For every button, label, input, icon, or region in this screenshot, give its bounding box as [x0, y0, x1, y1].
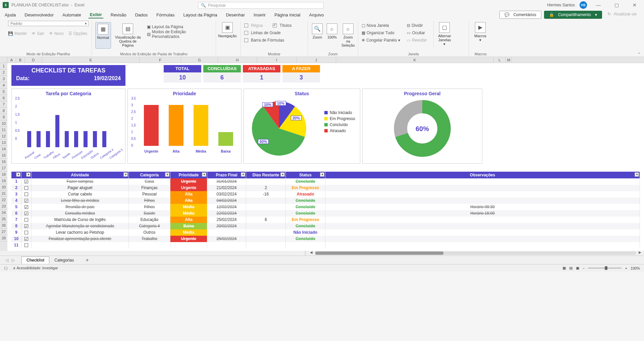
arrange-all-button[interactable]: ▦Organizar Tudo	[362, 30, 400, 36]
ruler-checkbox[interactable]: Régua	[244, 22, 263, 29]
scroll-right-icon[interactable]: ▶	[639, 250, 641, 254]
filter-icon[interactable]: ▾	[16, 172, 20, 177]
sheet-tab-categorias[interactable]: Categorias	[49, 257, 79, 264]
filter-icon[interactable]: ▾	[202, 172, 206, 177]
table-row[interactable]: 1Fazer comprasCasaUrgente31/01/2024Concl…	[11, 178, 640, 185]
filter-icon[interactable]: ▾	[26, 172, 31, 177]
tab-prev-icon[interactable]: ◁	[5, 258, 8, 263]
zoom-level[interactable]: 100%	[631, 266, 640, 270]
minimize-button[interactable]: —	[592, 2, 605, 8]
chart-progresso[interactable]: Progresso Geral 60%	[362, 89, 482, 164]
filter-icon[interactable]: ▾	[123, 172, 128, 177]
close-button[interactable]: ✕	[628, 2, 641, 8]
comments-button[interactable]: 💬Comentários	[499, 11, 541, 19]
custom-views-button[interactable]: ▤Modos de Exibição Personalizados	[147, 31, 212, 38]
page-layout-button[interactable]: ▣Layout da Página	[147, 23, 212, 30]
chart-status[interactable]: Status 10% 10% 20% 60% Não IniciadoEm Pr…	[244, 89, 360, 164]
task-checkbox[interactable]	[24, 192, 28, 196]
table-row[interactable]: 9Levar cachorro ao PetshopOutrosMédiaNão…	[11, 229, 640, 236]
task-checkbox[interactable]	[24, 237, 28, 241]
tab-options-icon[interactable]: ⋮	[303, 251, 307, 255]
zoom-button[interactable]: 🔍Zoom	[311, 22, 323, 49]
new-window-button[interactable]: ▢Nova Janela	[362, 22, 400, 29]
filter-icon[interactable]: ▾	[320, 172, 324, 177]
menu-arquivo[interactable]: Arquivo	[308, 12, 325, 18]
view-pagebreak-icon[interactable]: ▣	[576, 266, 579, 270]
menu-dados[interactable]: Dados	[134, 12, 149, 18]
gridlines-checkbox[interactable]: Linhas de Grade	[244, 30, 304, 36]
maximize-button[interactable]: ▢	[610, 2, 623, 8]
table-row[interactable]: 7Matrícula de Curso de InglêsEducaçãoAlt…	[11, 217, 640, 223]
select-all-corner[interactable]	[0, 57, 7, 63]
scroll-left-icon[interactable]: ◀	[310, 250, 313, 254]
tab-next-icon[interactable]: ▷	[12, 258, 15, 263]
hscroll-track[interactable]: ◀ ▶ ⋮	[0, 251, 644, 255]
table-row[interactable]: 8Agendar Manutenção ar-condicionadoCateg…	[11, 223, 640, 229]
worksheet[interactable]: CHECKLIST DE TAREFAS Data:19/02/2024 TOT…	[7, 63, 644, 251]
filter-icon[interactable]: ▾	[165, 172, 169, 177]
user-name[interactable]: Hermes Santos	[547, 3, 575, 7]
menu-revisão[interactable]: Revisão	[109, 12, 128, 18]
accessibility-status[interactable]: ⚹ Acessibilidade: investigar	[13, 266, 58, 270]
macros-button[interactable]: ▶Macros ▾	[472, 21, 488, 43]
collapse-ribbon-button[interactable]: ⌄	[638, 50, 641, 55]
menu-fórmulas[interactable]: Fórmulas	[155, 12, 176, 18]
menu-página inicial[interactable]: Página Inicial	[273, 12, 302, 18]
table-row[interactable]: 4Levar filho ao médicoFilhosAlta04/02/20…	[11, 197, 640, 204]
menu-ajuda[interactable]: Ajuda	[3, 12, 17, 18]
formulabar-checkbox[interactable]: Barra de Fórmulas	[244, 37, 304, 44]
split-button[interactable]: ⊟Dividir	[407, 22, 427, 29]
filter-icon[interactable]: ▾	[280, 172, 285, 177]
keep-button[interactable]: 💾Manter	[8, 30, 27, 37]
avatar[interactable]: HS	[580, 1, 587, 9]
task-checkbox[interactable]	[24, 212, 28, 215]
zoom-100-button[interactable]: ⌕100%	[326, 22, 338, 49]
filter-icon[interactable]: ▾	[241, 172, 245, 177]
menu-layout da página[interactable]: Layout da Página	[182, 12, 218, 18]
sheet-tab-checklist[interactable]: Checklist	[21, 257, 49, 264]
share-button[interactable]: 🔒Compartilhamento▾	[544, 11, 602, 19]
view-normal-icon[interactable]: ▦	[562, 266, 566, 270]
menu-desenvolvedor[interactable]: Desenvolvedor	[23, 12, 55, 18]
task-checkbox[interactable]	[24, 186, 28, 190]
freeze-panes-button[interactable]: ❄Congelar Painéis ▾	[362, 37, 400, 44]
headings-checkbox[interactable]: Títulos	[273, 22, 291, 29]
task-checkbox[interactable]	[24, 205, 28, 209]
table-row[interactable]: 3Cortar cabeloPessoalAlta03/02/2024-16At…	[11, 191, 640, 197]
filter-icon[interactable]: ▾	[635, 172, 639, 177]
task-checkbox[interactable]	[24, 218, 28, 222]
menu-exibir[interactable]: Exibir	[89, 11, 103, 18]
table-row[interactable]: 10Finalizar apresentação para clienteTra…	[11, 236, 640, 242]
zoom-in-button[interactable]: +	[625, 266, 627, 270]
record-macro-icon[interactable]: ▢	[4, 266, 7, 270]
zoom-slider[interactable]	[588, 268, 622, 269]
hide-button[interactable]: ▭Ocultar	[407, 30, 427, 36]
task-checkbox[interactable]	[24, 243, 28, 247]
row-headers[interactable]: 1234567891011121314151617181920212223242…	[0, 63, 7, 251]
table-row[interactable]: 6Consulta médicoSaúdeMédia22/02/2024Conc…	[11, 210, 640, 217]
options-button[interactable]: ☰Opções	[68, 30, 87, 37]
table-row[interactable]: 5Reunião de paisFilhosMédia12/02/2024Con…	[11, 204, 640, 210]
new-button[interactable]: 👁Novo	[49, 30, 64, 37]
task-checkbox[interactable]	[24, 180, 28, 183]
add-sheet-button[interactable]: +	[86, 257, 89, 263]
chart-categoria[interactable]: Tarefa por Categoria 2,521,510,50 Pessoa…	[11, 89, 125, 164]
chart-prioridade[interactable]: Prioridade 3,532,521,510,50 UrgenteAltaM…	[127, 89, 241, 164]
table-row[interactable]: 2Pagar aluguelFinançasUrgente21/02/20242…	[11, 185, 640, 191]
refresh-button[interactable]: ↻ Atualizar-se	[605, 11, 641, 19]
switch-windows-button[interactable]: ▢Alternar Janelas ▾	[436, 21, 452, 47]
task-checkbox[interactable]	[24, 224, 28, 228]
navigation-button[interactable]: ▣Navegação	[219, 21, 235, 39]
pagebreak-view-button[interactable]: ▤Visualização da Quebra de Página	[114, 22, 142, 49]
search-input[interactable]: 🔍 Pesquisar	[198, 2, 324, 9]
menu-inserir[interactable]: Inserir	[252, 12, 267, 18]
view-pagelayout-icon[interactable]: ▤	[569, 266, 573, 270]
zoom-out-button[interactable]: −	[583, 266, 585, 270]
menu-desenhar[interactable]: Desenhar	[225, 12, 246, 18]
normal-view-button[interactable]: ▦Normal	[95, 22, 111, 49]
menu-automate[interactable]: Automate	[61, 12, 83, 18]
task-checkbox[interactable]	[24, 231, 28, 234]
exit-button[interactable]: 👁Sair	[32, 30, 44, 37]
sheet-view-dropdown[interactable]: Padrão	[8, 21, 89, 26]
task-checkbox[interactable]	[24, 199, 28, 203]
